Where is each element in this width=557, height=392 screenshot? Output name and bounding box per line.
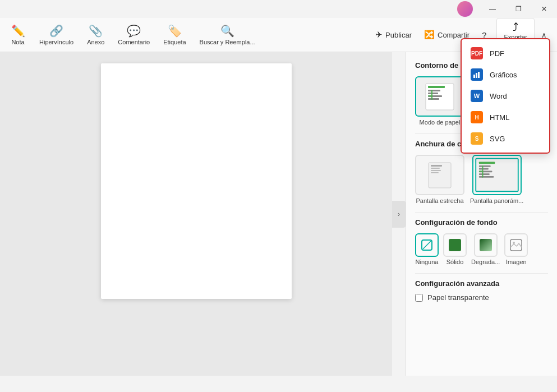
nota-label: Nota bbox=[11, 39, 24, 45]
buscar-label: Buscar y Reempla... bbox=[200, 39, 255, 45]
bg-degradado-label: Degrada... bbox=[471, 259, 500, 265]
width-thumbnail-row: Pantalla estrecha Pan bbox=[415, 155, 548, 204]
svg-rect-6 bbox=[431, 90, 432, 100]
hipervinculo-label: Hipervínculo bbox=[39, 39, 73, 45]
svg-rect-2 bbox=[428, 90, 440, 91]
ribbon-comentario[interactable]: 💬 Comentario bbox=[112, 22, 155, 48]
svg-rect-9 bbox=[431, 165, 442, 167]
close-button[interactable]: ✕ bbox=[531, 0, 557, 18]
comentario-label: Comentario bbox=[118, 39, 150, 45]
export-svg-item[interactable]: S SVG bbox=[462, 128, 549, 149]
narrow-option[interactable]: Pantalla estrecha bbox=[415, 155, 464, 204]
export-icon: ⤴ bbox=[513, 21, 518, 34]
tag-icon: 🏷️ bbox=[168, 24, 182, 38]
svg-rect-12 bbox=[431, 172, 439, 173]
graficos-icon bbox=[471, 68, 483, 81]
adv-section-title: Configuración avanzada bbox=[415, 279, 548, 288]
svg-label: SVG bbox=[490, 135, 505, 143]
bg-ninguna-label: Ninguna bbox=[416, 259, 439, 265]
wide-thumb[interactable] bbox=[472, 155, 522, 195]
svg-line-23 bbox=[423, 241, 431, 249]
ribbon-buscar[interactable]: 🔍 Buscar y Reempla... bbox=[194, 22, 261, 48]
transparent-paper-row: Papel transparente bbox=[415, 293, 548, 302]
user-avatar[interactable] bbox=[457, 1, 473, 17]
html-label: HTML bbox=[490, 113, 509, 122]
link-icon: 🔗 bbox=[49, 24, 63, 38]
bg-solido-box[interactable] bbox=[443, 233, 467, 257]
svg-rect-16 bbox=[479, 168, 489, 170]
modo-papel-label: Modo de papel bbox=[420, 119, 461, 126]
svg-rect-7 bbox=[428, 95, 431, 96]
publish-button[interactable]: ✈ Publicar bbox=[370, 27, 417, 42]
ribbon-hipervinculo[interactable]: 🔗 Hipervínculo bbox=[34, 22, 79, 48]
modo-papel-thumb[interactable] bbox=[415, 76, 464, 117]
ribbon: ✏️ Nota 🔗 Hipervínculo 📎 Anexo 💬 Comenta… bbox=[0, 19, 261, 51]
etiqueta-label: Etiqueta bbox=[163, 39, 186, 45]
bg-ninguna-box[interactable] bbox=[415, 233, 439, 257]
svg-rect-15 bbox=[479, 165, 491, 167]
ribbon-nota[interactable]: ✏️ Nota bbox=[4, 22, 31, 48]
graficos-svg bbox=[473, 71, 481, 79]
svg-rect-10 bbox=[431, 168, 440, 169]
export-graficos-item[interactable]: Gráficos bbox=[462, 64, 549, 85]
svg-rect-1 bbox=[428, 86, 445, 88]
bg-ninguna-icon bbox=[420, 238, 434, 252]
maximize-button[interactable]: ❐ bbox=[505, 0, 531, 18]
wide-svg bbox=[472, 156, 522, 194]
chevron-right-icon: › bbox=[398, 210, 400, 218]
attachment-icon: 📎 bbox=[89, 24, 103, 38]
anexo-label: Anexo bbox=[87, 39, 104, 45]
ribbon-anexo[interactable]: 📎 Anexo bbox=[81, 22, 110, 48]
modo-papel-svg bbox=[420, 81, 459, 112]
bg-solido[interactable]: Sólido bbox=[443, 233, 467, 265]
pdf-icon: PDF bbox=[471, 47, 483, 59]
bg-ninguna[interactable]: Ninguna bbox=[415, 233, 439, 265]
bg-degradado[interactable]: Degrada... bbox=[471, 233, 500, 265]
modo-papel-option[interactable]: Modo de papel bbox=[415, 76, 464, 126]
sidebar-collapse-button[interactable]: › bbox=[392, 201, 406, 228]
bg-imagen[interactable]: Imagen bbox=[504, 233, 528, 265]
svg-rect-26 bbox=[473, 75, 475, 78]
transparent-checkbox[interactable] bbox=[415, 294, 423, 302]
minimize-button[interactable]: — bbox=[480, 0, 505, 18]
word-icon: W bbox=[471, 90, 483, 102]
svg-rect-5 bbox=[428, 98, 439, 100]
graficos-label: Gráficos bbox=[490, 71, 517, 79]
bg-section-title: Configuración de fondo bbox=[415, 218, 548, 227]
export-html-item[interactable]: H HTML bbox=[462, 107, 549, 128]
narrow-label: Pantalla estrecha bbox=[416, 197, 464, 204]
wide-label: Pantalla panorám... bbox=[470, 197, 523, 204]
bg-solido-icon bbox=[449, 239, 461, 251]
svg-rect-20 bbox=[482, 165, 483, 178]
narrow-svg bbox=[420, 160, 459, 191]
svg-rect-19 bbox=[479, 176, 494, 178]
bg-degradado-box[interactable] bbox=[474, 233, 498, 257]
comment-icon: 💬 bbox=[127, 24, 141, 38]
narrow-thumb[interactable] bbox=[415, 155, 464, 195]
svg-rect-28 bbox=[478, 72, 480, 78]
search-replace-icon: 🔍 bbox=[220, 24, 234, 38]
divider-3 bbox=[415, 273, 548, 274]
html-icon: H bbox=[471, 111, 483, 123]
divider-2 bbox=[415, 212, 548, 213]
ribbon-group: ✏️ Nota 🔗 Hipervínculo 📎 Anexo 💬 Comenta… bbox=[4, 22, 261, 48]
svg-rect-27 bbox=[476, 73, 477, 78]
export-pdf-item[interactable]: PDF PDF bbox=[462, 43, 549, 64]
page-sheet bbox=[101, 63, 292, 299]
bg-solido-label: Sólido bbox=[446, 259, 464, 265]
title-bar: — ❐ ✕ bbox=[0, 0, 557, 18]
svg-rect-3 bbox=[428, 93, 438, 94]
svg-rect-21 bbox=[479, 170, 482, 172]
bg-imagen-box[interactable] bbox=[504, 233, 528, 257]
export-dropdown: PDF PDF Gráficos W Word H HTML S SVG bbox=[461, 38, 550, 154]
pdf-label: PDF bbox=[490, 49, 504, 58]
svg-rect-11 bbox=[431, 170, 441, 171]
bg-imagen-label: Imagen bbox=[506, 259, 527, 265]
export-word-item[interactable]: W Word bbox=[462, 85, 549, 107]
canvas-area bbox=[0, 52, 392, 376]
svg-rect-18 bbox=[479, 173, 490, 175]
ribbon-etiqueta[interactable]: 🏷️ Etiqueta bbox=[158, 22, 191, 48]
svg-icon: S bbox=[471, 132, 483, 145]
wide-option[interactable]: Pantalla panorám... bbox=[470, 155, 523, 204]
bg-degradado-icon bbox=[480, 239, 492, 251]
